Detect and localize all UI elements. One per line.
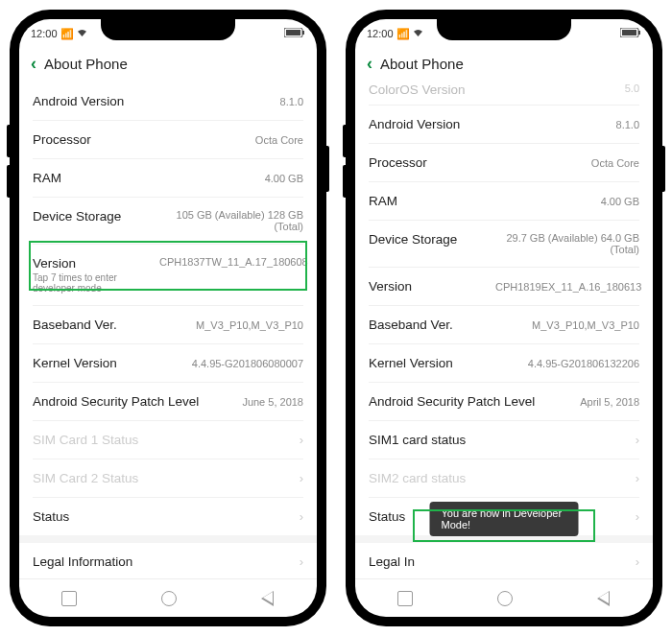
label: Android Version: [33, 94, 124, 108]
label: Android Version: [369, 117, 460, 131]
value: 4.00 GB: [265, 173, 303, 184]
row-processor[interactable]: ProcessorOcta Core: [355, 144, 653, 181]
back-button[interactable]: [262, 591, 275, 606]
chevron-right-icon: ›: [636, 433, 639, 447]
header: ‹ About Phone: [355, 44, 653, 82]
volume-down-button[interactable]: [343, 165, 346, 198]
row-kernel[interactable]: Kernel Version4.4.95-G201806080007: [19, 344, 317, 382]
label: Kernel Version: [369, 356, 453, 370]
row-processor[interactable]: ProcessorOcta Core: [19, 121, 317, 158]
chevron-right-icon: ›: [636, 509, 639, 524]
row-android-version[interactable]: Android Version8.1.0: [355, 106, 653, 143]
row-sim2: SIM Card 2 Status›: [19, 459, 317, 497]
volume-down-button[interactable]: [7, 165, 10, 198]
label: Kernel Version: [33, 356, 117, 370]
chevron-right-icon: ›: [636, 554, 639, 569]
battery-icon: [284, 28, 305, 39]
label: Device Storage: [33, 209, 121, 224]
row-sim1[interactable]: SIM1 card status›: [355, 421, 653, 459]
row-security-patch[interactable]: Android Security Patch LevelJune 5, 2018: [19, 383, 317, 420]
value: June 5, 2018: [242, 396, 303, 408]
value: Octa Core: [255, 134, 303, 146]
row-legal[interactable]: Legal Information›: [19, 543, 317, 578]
home-button[interactable]: [161, 591, 177, 606]
row-legal[interactable]: Legal In›: [355, 543, 653, 578]
chevron-right-icon: ›: [300, 433, 303, 447]
value: CPH1819EX_11_A.16_180613: [495, 281, 639, 293]
label: SIM1 card status: [369, 433, 466, 447]
value: 8.1.0: [616, 119, 639, 130]
svg-rect-5: [622, 30, 636, 35]
back-icon[interactable]: ‹: [367, 54, 372, 74]
developer-mode-toast: You are now in Developer Mode!: [430, 502, 579, 536]
chevron-right-icon: ›: [300, 471, 303, 485]
row-version[interactable]: VersionCPH1819EX_11_A.16_180613: [355, 268, 653, 305]
volume-up-button[interactable]: [343, 125, 346, 157]
label: RAM: [33, 171, 61, 185]
label: Legal Information: [33, 554, 132, 569]
chevron-right-icon: ›: [300, 554, 303, 569]
wifi-icon: [413, 28, 423, 39]
value: 4.00 GB: [601, 196, 639, 207]
value: 8.1.0: [280, 96, 303, 107]
label: Android Security Patch Level: [33, 394, 199, 409]
chevron-right-icon: ›: [636, 471, 639, 485]
value: Octa Core: [591, 157, 639, 169]
signal-icon: 📶: [396, 28, 410, 40]
value: M_V3_P10,M_V3_P10: [532, 319, 639, 331]
label: Processor: [33, 132, 91, 147]
row-baseband[interactable]: Baseband Ver.M_V3_P10,M_V3_P10: [355, 306, 653, 343]
row-device-storage[interactable]: Device Storage29.7 GB (Available) 64.0 G…: [355, 221, 653, 267]
content-left: Android Version8.1.0 ProcessorOcta Core …: [19, 82, 317, 578]
power-button[interactable]: [326, 146, 329, 192]
label: Version: [369, 279, 412, 294]
label: Legal In: [369, 554, 415, 569]
row-sim2: SIM2 card status›: [355, 459, 653, 497]
row-ram[interactable]: RAM4.00 GB: [355, 182, 653, 220]
sub-label: Tap 7 times to enter developer mode: [33, 272, 159, 294]
recents-button[interactable]: [61, 591, 77, 606]
row-device-storage[interactable]: Device Storage105 GB (Available) 128 GB …: [19, 198, 317, 244]
home-button[interactable]: [497, 591, 513, 606]
label: ColorOS Version: [369, 82, 466, 97]
label: Version: [33, 256, 159, 271]
row-android-version[interactable]: Android Version8.1.0: [19, 82, 317, 120]
value: M_V3_P10,M_V3_P10: [196, 319, 303, 331]
status-time: 12:00: [31, 28, 58, 39]
row-status[interactable]: Status›: [19, 498, 317, 535]
row-sim1: SIM Card 1 Status›: [19, 421, 317, 459]
back-icon[interactable]: ‹: [31, 54, 36, 74]
back-button[interactable]: [598, 591, 611, 606]
label: Device Storage: [369, 232, 457, 247]
notch: [101, 19, 235, 40]
recents-button[interactable]: [397, 591, 413, 606]
volume-up-button[interactable]: [7, 125, 10, 157]
row-security-patch[interactable]: Android Security Patch LevelApril 5, 201…: [355, 383, 653, 420]
label: SIM Card 2 Status: [33, 471, 138, 485]
value: 4.4.95-G201806132206: [528, 358, 639, 369]
value: April 5, 2018: [580, 396, 639, 408]
row-partial-top[interactable]: ColorOS Version5.0: [355, 82, 653, 105]
wifi-icon: [77, 28, 87, 39]
phone-right: 12:00 📶 ‹ About Phone ColorOS Version5.0…: [346, 10, 662, 626]
label: Android Security Patch Level: [369, 394, 535, 409]
status-time: 12:00: [367, 28, 394, 39]
value: 4.4.95-G201806080007: [192, 358, 303, 369]
row-kernel[interactable]: Kernel Version4.4.95-G201806132206: [355, 344, 653, 382]
value: 29.7 GB (Available) 64.0 GB (Total): [495, 232, 639, 255]
label: Baseband Ver.: [33, 318, 117, 332]
page-title: About Phone: [380, 56, 464, 72]
svg-rect-1: [302, 31, 304, 35]
label: Baseband Ver.: [369, 318, 453, 332]
label: Processor: [369, 155, 427, 170]
nav-bar: [19, 578, 317, 617]
row-version[interactable]: Version Tap 7 times to enter developer m…: [19, 245, 317, 305]
power-button[interactable]: [662, 146, 665, 192]
screen-right: 12:00 📶 ‹ About Phone ColorOS Version5.0…: [355, 19, 653, 617]
screen-left: 12:00 📶 ‹ About Phone Android Version8.1…: [19, 19, 317, 617]
value: 105 GB (Available) 128 GB (Total): [159, 209, 303, 232]
notch: [437, 19, 571, 40]
row-ram[interactable]: RAM4.00 GB: [19, 159, 317, 197]
phone-left: 12:00 📶 ‹ About Phone Android Version8.1…: [10, 10, 326, 626]
row-baseband[interactable]: Baseband Ver.M_V3_P10,M_V3_P10: [19, 306, 317, 343]
